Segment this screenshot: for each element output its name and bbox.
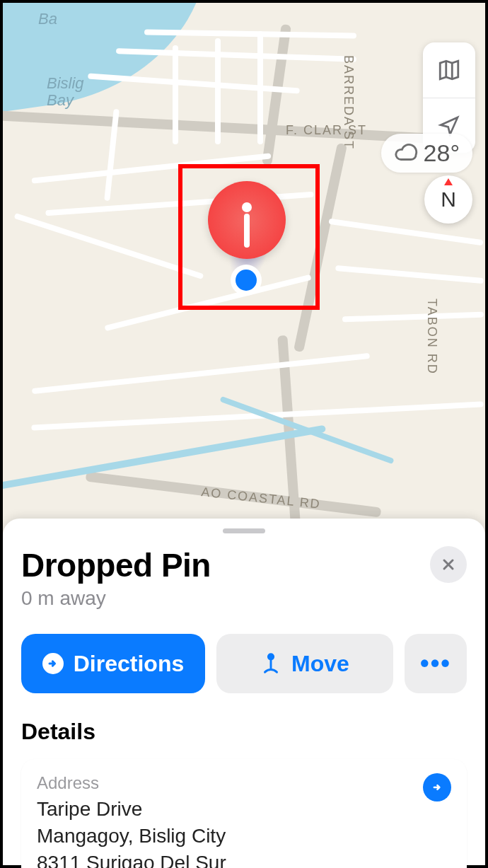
move-label: Move xyxy=(291,651,349,677)
close-button[interactable] xyxy=(430,546,467,583)
app-frame: Ba Bislig Bay F. CLAR ST BARREDA ST TABO… xyxy=(0,0,488,868)
more-actions-button[interactable]: ••• xyxy=(405,634,467,693)
directions-label: Directions xyxy=(74,651,184,677)
address-lines: Taripe Drive Mangagoy, Bislig City 8311 … xyxy=(37,796,451,868)
close-icon xyxy=(440,556,457,573)
move-pin-button[interactable]: Move xyxy=(216,634,393,693)
water-label-bay: Bislig Bay xyxy=(47,75,84,109)
action-button-row: Directions Move ••• xyxy=(21,634,467,693)
place-title: Dropped Pin xyxy=(21,546,211,584)
compass-letter: N xyxy=(441,187,456,212)
screenshot-highlight-box xyxy=(178,164,320,310)
weather-chip[interactable]: 28° xyxy=(381,134,472,173)
directions-icon xyxy=(42,653,64,674)
street-label-barreda: BARREDA ST xyxy=(341,55,356,150)
address-label: Address xyxy=(37,773,451,793)
address-line-2: Mangagoy, Bislig City xyxy=(37,823,451,850)
map-icon xyxy=(437,58,461,82)
place-sheet: Dropped Pin 0 m away Directions xyxy=(3,519,485,865)
address-card: Address Taripe Drive Mangagoy, Bislig Ci… xyxy=(21,759,467,868)
place-distance: 0 m away xyxy=(21,587,211,610)
water-label-ba: Ba xyxy=(38,10,57,28)
svg-point-1 xyxy=(268,654,273,659)
ellipsis-icon: ••• xyxy=(420,649,451,678)
pin-move-icon xyxy=(260,652,281,676)
street-label-tabon: TABON RD xyxy=(424,299,439,375)
street-label-coastal: AO COASTAL RD xyxy=(200,485,321,512)
details-heading: Details xyxy=(21,719,467,745)
address-line-3: 8311 Surigao Del Sur xyxy=(37,850,451,868)
directions-button[interactable]: Directions xyxy=(21,634,205,693)
sheet-grabber[interactable] xyxy=(223,528,265,533)
compass-button[interactable]: N xyxy=(424,175,472,224)
cloud-icon xyxy=(394,141,418,166)
water-area xyxy=(3,3,226,122)
arrow-right-icon xyxy=(430,780,444,794)
address-directions-button[interactable] xyxy=(423,773,451,802)
address-line-1: Taripe Drive xyxy=(37,796,451,823)
map-mode-button[interactable] xyxy=(423,42,475,98)
map-canvas[interactable]: Ba Bislig Bay F. CLAR ST BARREDA ST TABO… xyxy=(3,3,485,526)
weather-temp: 28° xyxy=(424,139,460,167)
